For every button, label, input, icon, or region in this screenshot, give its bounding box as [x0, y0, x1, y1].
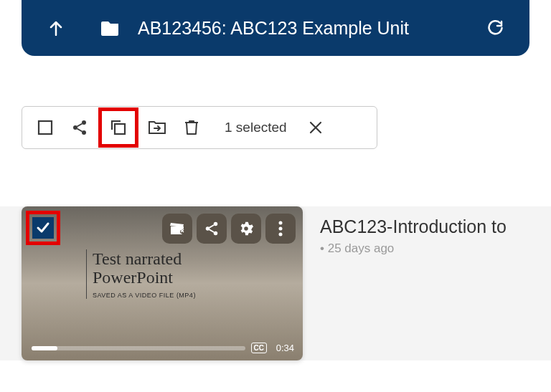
settings-button[interactable]	[231, 214, 261, 244]
svg-point-3	[82, 130, 86, 135]
svg-point-2	[73, 125, 77, 130]
share-icon	[71, 119, 88, 136]
breadcrumb-header: AB123456: ABC123 Example Unit	[22, 0, 529, 56]
share-icon	[204, 221, 220, 236]
svg-point-7	[214, 231, 218, 236]
video-title[interactable]: ABC123-Introduction to	[320, 216, 507, 237]
close-icon	[309, 120, 323, 135]
thumb-share-button[interactable]	[197, 214, 227, 244]
more-button[interactable]	[265, 214, 296, 244]
refresh-icon	[487, 20, 503, 36]
folder-title: AB123456: ABC123 Example Unit	[138, 18, 482, 39]
check-icon	[35, 220, 51, 236]
progress-bar[interactable]	[32, 346, 245, 350]
delete-button[interactable]	[176, 112, 207, 143]
video-age: 25 days ago	[320, 242, 507, 256]
move-button[interactable]	[141, 112, 173, 143]
thumbnail-actions	[162, 214, 296, 244]
edit-button[interactable]	[162, 214, 192, 244]
selected-count: 1 selected	[225, 120, 287, 135]
refresh-button[interactable]	[482, 15, 508, 41]
share-button[interactable]	[64, 112, 95, 143]
svg-point-9	[279, 221, 283, 225]
thumb-subtitle: SAVED AS A VIDEO FILE (MP4)	[93, 292, 196, 299]
thumbnail-overlay-text: Test narrated PowerPoint SAVED AS A VIDE…	[86, 249, 196, 299]
select-all-button[interactable]	[29, 112, 61, 143]
svg-point-10	[279, 227, 283, 231]
cc-badge: CC	[251, 343, 267, 353]
video-row: Test narrated PowerPoint SAVED AS A VIDE…	[0, 206, 551, 360]
folder-icon	[98, 15, 123, 41]
video-meta: ABC123-Introduction to 25 days ago	[303, 206, 507, 360]
clapperboard-icon	[169, 221, 185, 236]
video-thumbnail[interactable]: Test narrated PowerPoint SAVED AS A VIDE…	[22, 206, 303, 360]
video-duration: 0:34	[276, 343, 294, 353]
svg-point-5	[214, 222, 218, 226]
thumb-title-line2: PowerPoint	[93, 268, 196, 287]
progress-fill	[32, 346, 57, 350]
svg-point-8	[244, 226, 248, 231]
more-vertical-icon	[278, 221, 283, 236]
copy-button[interactable]	[98, 107, 138, 148]
go-up-button[interactable]	[43, 15, 69, 41]
selection-checkbox[interactable]	[32, 217, 54, 239]
svg-rect-0	[39, 121, 52, 134]
move-to-folder-icon	[148, 120, 166, 135]
copy-icon	[109, 118, 128, 137]
selection-checkbox-highlight	[26, 211, 60, 245]
svg-point-1	[82, 120, 86, 125]
arrow-up-icon	[49, 20, 63, 36]
trash-icon	[184, 119, 199, 136]
gear-icon	[238, 221, 254, 236]
thumb-title-line1: Test narrated	[93, 249, 196, 268]
svg-rect-4	[115, 124, 125, 134]
clear-selection-button[interactable]	[300, 112, 331, 143]
square-icon	[37, 120, 53, 135]
svg-point-11	[279, 233, 283, 236]
svg-point-6	[206, 226, 210, 231]
content-area: Test narrated PowerPoint SAVED AS A VIDE…	[0, 206, 551, 360]
selection-toolbar: 1 selected	[22, 106, 377, 149]
